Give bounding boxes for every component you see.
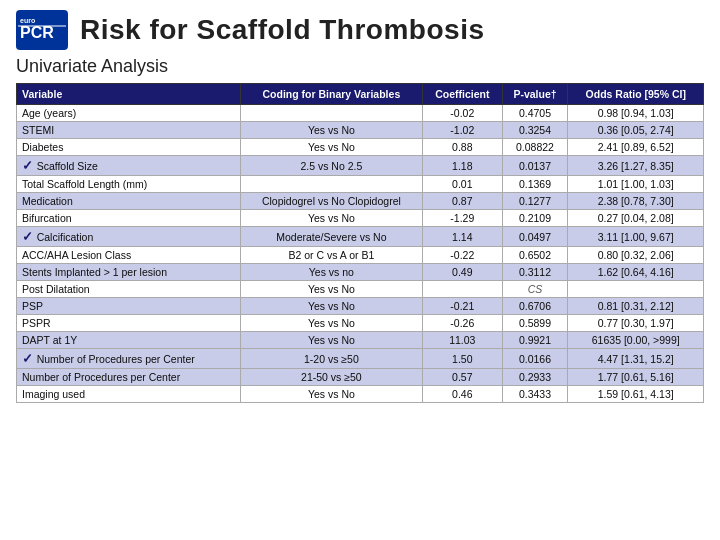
cell-coding: B2 or C vs A or B1 <box>240 247 422 264</box>
cell-variable: STEMI <box>17 122 241 139</box>
checkmark-icon: ✓ <box>22 351 37 366</box>
checkmark-icon: ✓ <box>22 229 37 244</box>
table-row: PSPRYes vs No-0.260.58990.77 [0.30, 1.97… <box>17 315 704 332</box>
cell-pvalue: 0.0137 <box>502 156 568 176</box>
cell-pvalue: 0.0166 <box>502 349 568 369</box>
table-row: Number of Procedures per Center21-50 vs … <box>17 369 704 386</box>
cell-odds-ratio: 1.01 [1.00, 1.03] <box>568 176 704 193</box>
col-variable: Variable <box>17 84 241 105</box>
cell-pvalue: CS <box>502 281 568 298</box>
cell-pvalue: 0.3254 <box>502 122 568 139</box>
cell-coefficient: 1.14 <box>423 227 502 247</box>
cell-coefficient: 0.87 <box>423 193 502 210</box>
cell-coefficient: -0.02 <box>423 105 502 122</box>
cell-coding: Yes vs No <box>240 386 422 403</box>
col-pvalue: P-value† <box>502 84 568 105</box>
cell-coding: 21-50 vs ≥50 <box>240 369 422 386</box>
table-row: DiabetesYes vs No0.880.088222.41 [0.89, … <box>17 139 704 156</box>
cell-coefficient: 1.18 <box>423 156 502 176</box>
cell-variable: Total Scaffold Length (mm) <box>17 176 241 193</box>
table-row: DAPT at 1YYes vs No11.030.992161635 [0.0… <box>17 332 704 349</box>
cell-variable: PSP <box>17 298 241 315</box>
cell-variable: Post Dilatation <box>17 281 241 298</box>
cell-variable: DAPT at 1Y <box>17 332 241 349</box>
table-row: STEMIYes vs No-1.020.32540.36 [0.05, 2.7… <box>17 122 704 139</box>
cell-odds-ratio: 2.41 [0.89, 6.52] <box>568 139 704 156</box>
header: euro PCR Risk for Scaffold Thrombosis <box>0 0 720 54</box>
cell-coefficient: -1.29 <box>423 210 502 227</box>
cell-coding: Yes vs No <box>240 298 422 315</box>
cell-pvalue: 0.0497 <box>502 227 568 247</box>
cell-pvalue: 0.2933 <box>502 369 568 386</box>
col-coefficient: Coefficient <box>423 84 502 105</box>
svg-text:PCR: PCR <box>20 24 54 41</box>
cell-variable: Bifurcation <box>17 210 241 227</box>
cell-odds-ratio: 0.36 [0.05, 2.74] <box>568 122 704 139</box>
col-coding: Coding for Binary Variables <box>240 84 422 105</box>
table-row: ACC/AHA Lesion ClassB2 or C vs A or B1-0… <box>17 247 704 264</box>
cell-coding: Moderate/Severe vs No <box>240 227 422 247</box>
cell-variable: Medication <box>17 193 241 210</box>
page-title: Risk for Scaffold Thrombosis <box>80 14 485 46</box>
cell-coefficient: -0.21 <box>423 298 502 315</box>
cell-pvalue: 0.1369 <box>502 176 568 193</box>
cell-coding: 2.5 vs No 2.5 <box>240 156 422 176</box>
cell-pvalue: 0.4705 <box>502 105 568 122</box>
cell-odds-ratio: 2.38 [0.78, 7.30] <box>568 193 704 210</box>
cell-odds-ratio: 0.81 [0.31, 2.12] <box>568 298 704 315</box>
cell-odds-ratio: 61635 [0.00, >999] <box>568 332 704 349</box>
cell-coefficient: 11.03 <box>423 332 502 349</box>
cell-coefficient: -1.02 <box>423 122 502 139</box>
cell-odds-ratio: 0.80 [0.32, 2.06] <box>568 247 704 264</box>
cell-coefficient: 0.49 <box>423 264 502 281</box>
cell-pvalue: 0.08822 <box>502 139 568 156</box>
cell-coding: Yes vs No <box>240 315 422 332</box>
cell-odds-ratio: 3.26 [1.27, 8.35] <box>568 156 704 176</box>
cell-pvalue: 0.3433 <box>502 386 568 403</box>
table-row: Imaging usedYes vs No0.460.34331.59 [0.6… <box>17 386 704 403</box>
cell-coefficient <box>423 281 502 298</box>
table-row: ✓ Scaffold Size2.5 vs No 2.51.180.01373.… <box>17 156 704 176</box>
cell-coefficient: 0.57 <box>423 369 502 386</box>
cell-pvalue: 0.6502 <box>502 247 568 264</box>
cell-coding: Yes vs No <box>240 281 422 298</box>
europcr-logo: euro PCR <box>16 10 68 50</box>
cell-odds-ratio: 3.11 [1.00, 9.67] <box>568 227 704 247</box>
subtitle: Univariate Analysis <box>0 54 720 83</box>
cell-odds-ratio: 1.59 [0.61, 4.13] <box>568 386 704 403</box>
cell-odds-ratio: 0.27 [0.04, 2.08] <box>568 210 704 227</box>
cell-variable: Age (years) <box>17 105 241 122</box>
cell-coding: Yes vs no <box>240 264 422 281</box>
table-row: Stents Implanted > 1 per lesionYes vs no… <box>17 264 704 281</box>
cell-odds-ratio: 0.77 [0.30, 1.97] <box>568 315 704 332</box>
cell-pvalue: 0.1277 <box>502 193 568 210</box>
cell-variable: ✓ Scaffold Size <box>17 156 241 176</box>
table-container: Variable Coding for Binary Variables Coe… <box>0 83 720 411</box>
svg-text:euro: euro <box>20 17 35 24</box>
cell-coefficient: -0.26 <box>423 315 502 332</box>
data-table: Variable Coding for Binary Variables Coe… <box>16 83 704 403</box>
cell-coding: Yes vs No <box>240 332 422 349</box>
table-row: BifurcationYes vs No-1.290.21090.27 [0.0… <box>17 210 704 227</box>
cell-pvalue: 0.6706 <box>502 298 568 315</box>
cell-odds-ratio: 1.77 [0.61, 5.16] <box>568 369 704 386</box>
table-row: MedicationClopidogrel vs No Clopidogrel0… <box>17 193 704 210</box>
cell-pvalue: 0.3112 <box>502 264 568 281</box>
table-row: PSPYes vs No-0.210.67060.81 [0.31, 2.12] <box>17 298 704 315</box>
cell-coding: Yes vs No <box>240 122 422 139</box>
cell-coding: 1-20 vs ≥50 <box>240 349 422 369</box>
cell-coefficient: 0.01 <box>423 176 502 193</box>
cell-coefficient: 0.88 <box>423 139 502 156</box>
cell-variable: Imaging used <box>17 386 241 403</box>
table-row: ✓ Number of Procedures per Center1-20 vs… <box>17 349 704 369</box>
cell-odds-ratio: 4.47 [1.31, 15.2] <box>568 349 704 369</box>
cell-coding: Clopidogrel vs No Clopidogrel <box>240 193 422 210</box>
cell-variable: PSPR <box>17 315 241 332</box>
cell-variable: ACC/AHA Lesion Class <box>17 247 241 264</box>
cell-variable: ✓ Number of Procedures per Center <box>17 349 241 369</box>
cell-coding <box>240 105 422 122</box>
cell-coding <box>240 176 422 193</box>
col-or: Odds Ratio [95% CI] <box>568 84 704 105</box>
table-row: Total Scaffold Length (mm)0.010.13691.01… <box>17 176 704 193</box>
table-row: ✓ CalcificationModerate/Severe vs No1.14… <box>17 227 704 247</box>
